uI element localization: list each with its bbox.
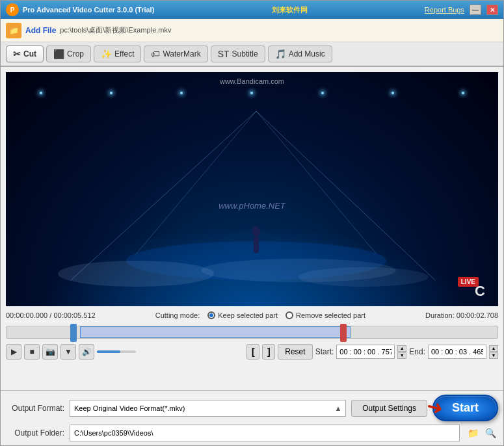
keep-selected-radio[interactable] — [207, 311, 215, 319]
subtitle-text: 刘来软件网 — [272, 5, 308, 15]
main-content: www.Bandicam.com www.pHome.NET LIVE C 00… — [1, 67, 503, 390]
start-spinner-down[interactable]: ▼ — [397, 352, 406, 359]
output-settings-button[interactable]: Output Settings — [351, 400, 427, 417]
subtitle-icon: ST — [218, 49, 230, 59]
main-window: P Pro Advanced Video Cutter 3.0.0 (Trial… — [0, 0, 504, 446]
cut-icon: ✂ — [13, 49, 21, 59]
remove-selected-label: Remove selected part — [296, 311, 365, 319]
bracket-right-button[interactable]: ] — [262, 344, 275, 360]
time-display: 00:00:00.000 / 00:00:05.512 — [6, 311, 96, 319]
end-spinner: ▲ ▼ — [489, 345, 498, 359]
snapshot-button[interactable]: 📷 — [42, 344, 58, 360]
time-total: 00:00:05.512 — [53, 311, 95, 319]
start-time-input[interactable] — [336, 345, 395, 359]
end-time-group: End: ▲ ▼ — [409, 345, 498, 359]
format-arrow-icon: ▲ — [334, 404, 341, 412]
toolbar: ✂ Cut ⬛ Crop ✨ Effect 🏷 WaterMark ST Sub… — [1, 42, 503, 67]
search-folder-button[interactable]: 🔍 — [483, 425, 498, 441]
close-button[interactable]: ✕ — [486, 5, 498, 15]
keep-selected-group[interactable]: Keep selected part — [207, 311, 278, 319]
folder-icons: 📁 🔍 — [465, 425, 498, 441]
file-path-display: pc:\tools\桌面\新视频\Example.mkv — [60, 25, 171, 35]
watermark-phome: www.pHome.NET — [219, 201, 285, 211]
camera-icon: 📷 — [46, 347, 55, 356]
tab-watermark-label: WaterMark — [163, 49, 200, 59]
start-time-group: Start: ▲ ▼ — [315, 345, 407, 359]
start-label: Start: — [315, 347, 334, 356]
add-file-bar: 📁 Add File pc:\tools\桌面\新视频\Example.mkv — [1, 19, 503, 42]
tab-crop-label: Crop — [67, 49, 84, 59]
duration-display: Duration: 00:00:02.708 — [425, 311, 498, 319]
cutting-mode-label: Cutting mode: — [155, 311, 200, 319]
report-bugs-link[interactable]: Report Bugs — [425, 6, 464, 14]
svg-line-2 — [136, 111, 256, 254]
video-player[interactable]: www.Bandicam.com www.pHome.NET LIVE C — [6, 72, 498, 306]
volume-slider[interactable] — [97, 350, 136, 353]
remove-selected-radio[interactable] — [285, 311, 293, 319]
crop-icon: ⬛ — [53, 49, 64, 59]
title-bar-left: P Pro Advanced Video Cutter 3.0.0 (Trial… — [6, 3, 154, 16]
tab-cut-label: Cut — [23, 49, 36, 59]
cutting-mode-group: Cutting mode: Keep selected part Remove … — [155, 311, 365, 319]
timeline-info: 00:00:00.000 / 00:00:05.512 Cutting mode… — [6, 310, 498, 321]
format-select[interactable]: Keep Original Video Format(*.mkv) ▲ — [70, 400, 346, 417]
output-folder-row: Output Folder: 📁 🔍 — [6, 425, 498, 441]
tab-effect-label: Effect — [114, 49, 134, 59]
add-file-button[interactable]: Add File — [25, 26, 56, 35]
end-spinner-up[interactable]: ▲ — [489, 345, 498, 352]
start-btn-container: ➜ Start — [432, 395, 498, 421]
start-spinner: ▲ ▼ — [397, 345, 406, 359]
volume-button[interactable]: 🔊 — [79, 344, 94, 360]
svg-point-9 — [298, 267, 429, 287]
tab-effect[interactable]: ✨ Effect — [94, 46, 141, 62]
title-bar: P Pro Advanced Video Cutter 3.0.0 (Trial… — [1, 1, 503, 19]
folder-path-input[interactable] — [70, 425, 460, 441]
time-current: 00:00:00.000 — [6, 311, 47, 319]
music-icon: 🎵 — [275, 49, 286, 59]
svg-point-7 — [58, 261, 214, 287]
play-button[interactable]: ▶ — [6, 344, 21, 360]
minimize-button[interactable]: — — [470, 5, 481, 15]
watermark-bandicam: www.Bandicam.com — [220, 77, 284, 85]
window-title: Pro Advanced Video Cutter 3.0.0 (Trial) — [23, 6, 154, 14]
folder-label: Output Folder: — [6, 428, 64, 438]
tab-crop[interactable]: ⬛ Crop — [46, 46, 91, 62]
duration-value: 00:00:02.708 — [457, 311, 498, 319]
end-label: End: — [409, 347, 425, 356]
scene-svg — [6, 72, 498, 306]
reset-button[interactable]: Reset — [278, 344, 312, 360]
timeline-handle-right[interactable] — [340, 324, 347, 342]
bracket-left-button[interactable]: [ — [246, 344, 259, 360]
end-spinner-down[interactable]: ▼ — [489, 352, 498, 359]
add-file-icon: 📁 — [6, 23, 21, 38]
timeline-bar[interactable] — [6, 326, 498, 339]
output-format-row: Output Format: Keep Original Video Forma… — [6, 395, 498, 421]
end-time-input[interactable] — [428, 345, 486, 359]
tab-add-music[interactable]: 🎵 Add Music — [268, 46, 332, 62]
volume-fill — [97, 350, 120, 353]
tab-watermark[interactable]: 🏷 WaterMark — [144, 46, 207, 62]
live-c-logo: C — [475, 283, 485, 300]
effect-icon: ✨ — [101, 49, 112, 59]
start-button[interactable]: Start — [432, 395, 498, 421]
format-value: Keep Original Video Format(*.mkv) — [74, 404, 185, 412]
volume-icon: 🔊 — [82, 347, 92, 356]
tab-add-music-label: Add Music — [289, 49, 325, 59]
tab-cut[interactable]: ✂ Cut — [6, 46, 44, 62]
stop-button[interactable]: ■ — [24, 344, 40, 360]
dropdown-button[interactable]: ▼ — [60, 344, 76, 360]
browse-folder-button[interactable]: 📁 — [465, 425, 481, 441]
timeline-selection — [80, 326, 350, 338]
watermark-icon: 🏷 — [151, 49, 160, 59]
keep-selected-label: Keep selected part — [218, 311, 278, 319]
tab-subtitle[interactable]: ST Subtitle — [211, 46, 265, 62]
format-label: Output Format: — [6, 404, 64, 413]
svg-point-5 — [252, 226, 260, 237]
title-bar-controls: Report Bugs — ✕ — [425, 5, 498, 15]
remove-selected-group[interactable]: Remove selected part — [285, 311, 365, 319]
controls-row: ▶ ■ 📷 ▼ 🔊 [ ] Reset Start: ▲ ▼ — [6, 344, 498, 360]
timeline-handle-left[interactable] — [70, 324, 77, 342]
video-scene: www.Bandicam.com www.pHome.NET LIVE C — [6, 72, 498, 306]
start-spinner-up[interactable]: ▲ — [397, 345, 406, 352]
tab-subtitle-label: Subtitle — [232, 49, 258, 59]
